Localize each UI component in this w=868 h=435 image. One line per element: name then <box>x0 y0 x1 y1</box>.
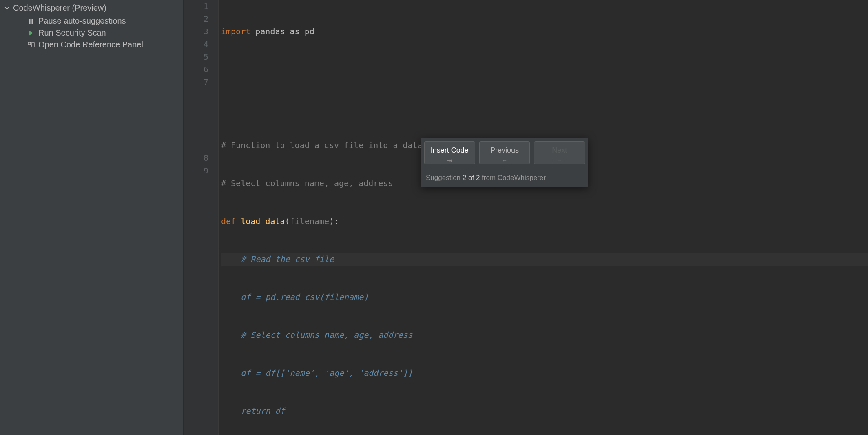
sidebar-item-label: Open Code Reference Panel <box>38 40 143 49</box>
ghost-suggestion: df = pd.read_csv(filename) <box>241 292 368 302</box>
line-number: 6 <box>184 63 208 76</box>
sidebar-item-pause[interactable]: Pause auto-suggestions <box>0 15 183 27</box>
ghost-suggestion: df = df[['name', 'age', 'address']] <box>241 368 412 378</box>
button-label: Next <box>552 144 567 157</box>
line-number: 9 <box>184 164 208 177</box>
code-token: filename <box>290 216 329 226</box>
svg-rect-4 <box>31 43 34 47</box>
status-text: Suggestion <box>426 174 463 182</box>
next-button: Next → <box>534 141 585 164</box>
code-token: load_data <box>241 216 285 226</box>
line-number: 1 <box>184 0 208 13</box>
play-icon <box>27 30 35 36</box>
line-number: 4 <box>184 38 208 51</box>
ghost-suggestion: # Read the csv file <box>241 254 334 264</box>
sidebar-item-label: Run Security Scan <box>38 28 106 38</box>
code-token: def <box>221 216 241 226</box>
code-comment: # Function to load a csv file into a dat… <box>221 140 447 150</box>
line-number: 7 <box>184 76 208 89</box>
line-number: 3 <box>184 25 208 38</box>
sidebar-item-security-scan[interactable]: Run Security Scan <box>0 27 183 39</box>
suggestion-status: Suggestion 2 of 2 from CodeWhisperer ⋮ <box>421 168 588 187</box>
sidebar-item-code-reference[interactable]: Open Code Reference Panel <box>0 39 183 51</box>
sidebar-item-label: Pause auto-suggestions <box>38 16 126 26</box>
svg-rect-0 <box>29 19 31 24</box>
previous-button[interactable]: Previous ← <box>479 141 530 164</box>
code-content[interactable]: import pandas as pd # Function to load a… <box>219 0 868 435</box>
chevron-down-icon <box>4 5 10 11</box>
code-token: ): <box>329 216 339 226</box>
button-label: Previous <box>490 144 519 157</box>
status-count: 2 of 2 <box>463 174 480 182</box>
code-token: ( <box>285 216 290 226</box>
svg-point-2 <box>28 42 31 44</box>
code-token: pandas as pd <box>250 27 314 36</box>
line-number: 2 <box>184 13 208 25</box>
pause-icon <box>27 18 35 24</box>
line-number: 8 <box>184 152 208 164</box>
keyboard-hint: → <box>557 158 562 163</box>
ghost-suggestion: return df <box>241 406 285 416</box>
sidebar: CodeWhisperer (Preview) Pause auto-sugge… <box>0 0 184 435</box>
suggestion-popup: Insert Code ⇥ Previous ← Next → Suggesti… <box>421 138 588 187</box>
line-number: 5 <box>184 51 208 63</box>
keyboard-hint: ⇥ <box>447 158 452 163</box>
editor-area[interactable]: 1 2 3 4 5 6 7 8 9 import pandas as pd # … <box>184 0 868 435</box>
gutter: 1 2 3 4 5 6 7 8 9 <box>184 0 219 435</box>
status-text: from CodeWhisperer <box>480 174 546 182</box>
panel-header-codewhisperer[interactable]: CodeWhisperer (Preview) <box>0 2 183 15</box>
panel-icon <box>27 42 35 48</box>
button-label: Insert Code <box>431 144 469 157</box>
editor: 1 2 3 4 5 6 7 8 9 import pandas as pd # … <box>184 0 868 435</box>
insert-code-button[interactable]: Insert Code ⇥ <box>424 141 475 164</box>
panel-title: CodeWhisperer (Preview) <box>13 3 106 13</box>
code-comment: # Select columns name, age, address <box>221 178 393 188</box>
code-token: import <box>221 27 250 36</box>
svg-rect-1 <box>32 19 33 24</box>
kebab-icon[interactable]: ⋮ <box>573 171 583 184</box>
keyboard-hint: ← <box>502 158 507 163</box>
ghost-suggestion: # Select columns name, age, address <box>241 330 412 340</box>
